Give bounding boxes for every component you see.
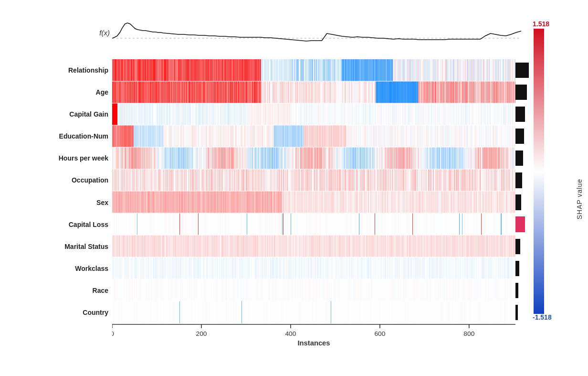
row-label-education-num: Education-Num [10, 125, 112, 147]
bar-cell-3 [515, 125, 531, 147]
svg-rect-13 [534, 29, 544, 314]
svg-text:800: 800 [463, 330, 474, 337]
bar-cell-9 [515, 258, 531, 279]
row-label-age: Age [10, 81, 112, 103]
svg-text:400: 400 [285, 330, 296, 337]
bar-cell-6 [515, 191, 531, 213]
fx-label: f(x) [10, 29, 110, 37]
row-label-marital-status: Marital Status [10, 236, 112, 258]
row-label-race: Race [10, 279, 112, 301]
row-label-sex: Sex [10, 191, 112, 213]
row-label-workclass: Workclass [10, 258, 112, 279]
row-label-capital-loss: Capital Loss [10, 214, 112, 236]
x-axis-svg: 0 200 400 600 800 Instances [112, 323, 515, 347]
colorbar-label: SHAP value [576, 179, 583, 219]
heatmap-canvas [112, 59, 515, 323]
bar-cell-2 [515, 103, 531, 125]
bar-cell-1 [515, 81, 531, 103]
row-label-country: Country [10, 301, 112, 323]
x-axis-area: 0 200 400 600 800 Instances [10, 323, 531, 347]
row-label-hours-per-week: Hours per week [10, 147, 112, 169]
bar-cell-5 [515, 169, 531, 191]
colorbar-top-value: 1.518 [533, 20, 549, 28]
fx-chart: f(x) [10, 10, 531, 57]
bar-cell-0 [515, 59, 531, 81]
row-label-capital-gain: Capital Gain [10, 103, 112, 125]
heatmap-area [112, 59, 515, 323]
row-labels: RelationshipAgeCapital GainEducation-Num… [10, 59, 112, 323]
bar-cell-4 [515, 147, 531, 169]
svg-text:0: 0 [112, 330, 114, 337]
colorbar-svg [534, 29, 544, 314]
row-label-relationship: Relationship [10, 59, 112, 81]
svg-text:Instances: Instances [297, 339, 330, 347]
fx-svg-container [112, 10, 521, 57]
bar-cell-7 [515, 214, 531, 236]
bar-cell-10 [515, 279, 531, 301]
bar-cell-8 [515, 236, 531, 258]
chart-container: f(x) RelationshipAgeCapital GainEducatio… [0, 0, 588, 376]
svg-text:600: 600 [374, 330, 385, 337]
svg-text:200: 200 [196, 330, 207, 337]
colorbar-panel: 1.518 -1.518 SHAP value [531, 10, 583, 347]
colorbar-bottom-value: -1.518 [533, 313, 552, 321]
bar-cell-11 [515, 301, 531, 323]
row-label-occupation: Occupation [10, 169, 112, 191]
bar-panel [515, 59, 531, 323]
fx-svg [112, 10, 521, 57]
x-axis-svg-container: 0 200 400 600 800 Instances [112, 323, 515, 347]
